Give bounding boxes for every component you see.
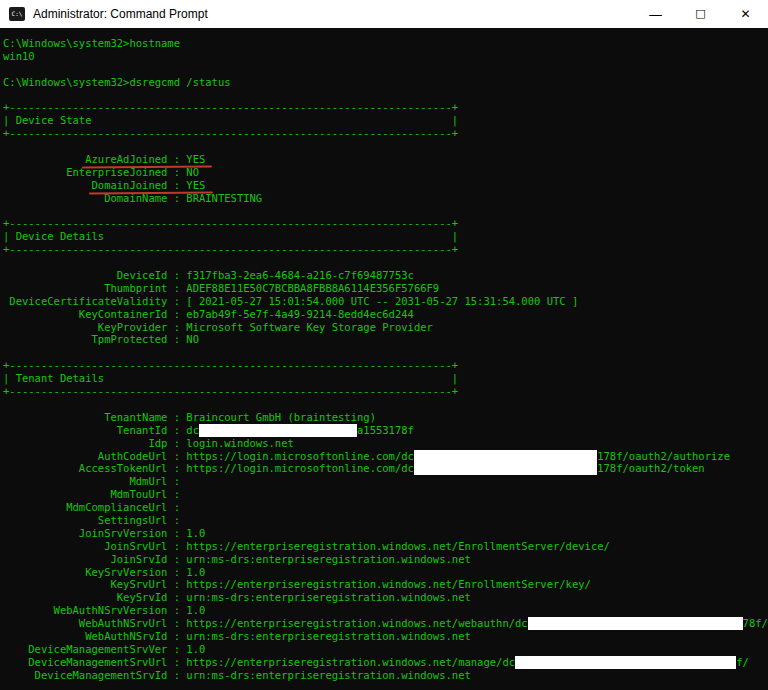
terminal-line: TenantId : dca1553178f [3, 424, 768, 437]
terminal-line: KeySrvId : urn:ms-drs:enterpriseregistra… [3, 591, 768, 604]
terminal-text: WebAuthNSrvId : urn:ms-drs:enterprisereg… [3, 630, 471, 642]
terminal-text: JoinSrvId : urn:ms-drs:enterpriseregistr… [3, 553, 471, 565]
redaction-box [414, 450, 597, 463]
terminal-line: | Tenant Details | [3, 372, 768, 385]
terminal-text: KeyContainerId : eb7ab49f-5e7f-4a49-9214… [3, 308, 414, 320]
terminal-line [3, 140, 768, 153]
terminal-text: 78f/ [743, 617, 768, 629]
terminal-text: Thumbprint : ADEF88E11E50C7BCBBA8FBB8A61… [3, 282, 439, 294]
terminal-text: DeviceCertificateValidity : [ 2021-05-27… [3, 295, 578, 307]
terminal-line [3, 398, 768, 411]
redaction-box [528, 617, 743, 630]
terminal-text: Idp : login.windows.net [3, 437, 294, 449]
section-border: +---------------------------------------… [3, 385, 458, 397]
terminal-line: WebAuthNSrvVersion : 1.0 [3, 604, 768, 617]
terminal-text: C:\Windows\system32>dsregcmd /status [3, 76, 231, 88]
terminal-line: Thumbprint : ADEF88E11E50C7BCBBA8FBB8A61… [3, 282, 768, 295]
close-button[interactable]: ✕ [723, 0, 768, 28]
minimize-button[interactable]: — [633, 0, 678, 28]
terminal-line: KeyContainerId : eb7ab49f-5e7f-4a49-9214… [3, 308, 768, 321]
terminal-line: TenantName : Braincourt GmbH (braintesti… [3, 411, 768, 424]
section-border: +---------------------------------------… [3, 217, 458, 229]
section-title: | Device State | [3, 114, 458, 126]
terminal-line: AzureAdJoined : YES [3, 153, 768, 166]
terminal-text: KeySrvVersion : 1.0 [3, 566, 205, 578]
terminal-line: DomainJoined : YES [3, 179, 768, 192]
annotated-value: DomainJoined : YES [92, 179, 206, 192]
terminal-line: DeviceManagementSrvId : urn:ms-drs:enter… [3, 669, 768, 682]
terminal-line: +---------------------------------------… [3, 217, 768, 230]
terminal-line: | Device State | [3, 114, 768, 127]
window-controls: — □ ✕ [633, 0, 768, 28]
terminal-text: KeySrvUrl : https://enterpriseregistrati… [3, 578, 591, 590]
terminal-line: DeviceManagementSrvUrl : https://enterpr… [3, 656, 768, 669]
terminal-line [3, 63, 768, 76]
terminal-line: DeviceCertificateValidity : [ 2021-05-27… [3, 295, 768, 308]
terminal-text: MdmComplianceUrl : [3, 501, 180, 513]
terminal-line: JoinSrvUrl : https://enterpriseregistrat… [3, 540, 768, 553]
terminal-line: KeyProvider : Microsoft Software Key Sto… [3, 321, 768, 334]
terminal-line [3, 205, 768, 218]
terminal-text: KeyProvider : Microsoft Software Key Sto… [3, 321, 433, 333]
terminal-line: C:\Windows\system32>hostname [3, 37, 768, 50]
redaction-box [199, 424, 357, 437]
window-title: Administrator: Command Prompt [33, 7, 208, 21]
terminal-text: AccessTokenUrl : https://login.microsoft… [3, 462, 414, 474]
terminal-text: a1553178f [357, 424, 414, 436]
terminal-line: KeySrvVersion : 1.0 [3, 566, 768, 579]
section-border: +---------------------------------------… [3, 101, 458, 113]
terminal-line: TpmProtected : NO [3, 333, 768, 346]
terminal-line: JoinSrvVersion : 1.0 [3, 527, 768, 540]
terminal-text: JoinSrvVersion : 1.0 [3, 527, 205, 539]
terminal-line [3, 89, 768, 102]
terminal-text: AuthCodeUrl : https://login.microsoftonl… [3, 450, 414, 462]
terminal-line: +---------------------------------------… [3, 127, 768, 140]
terminal-line: +---------------------------------------… [3, 385, 768, 398]
section-title: | Device Details | [3, 230, 458, 242]
terminal-text: 178f/oauth2/authorize [597, 450, 730, 462]
terminal-line: KeySrvUrl : https://enterpriseregistrati… [3, 578, 768, 591]
terminal-text: JoinSrvUrl : https://enterpriseregistrat… [3, 540, 610, 552]
annotated-value: AzureAdJoined : YES [85, 153, 205, 166]
terminal-text: 178f/oauth2/token [597, 462, 704, 474]
terminal-text: TenantName : Braincourt GmbH (braintesti… [3, 411, 376, 423]
terminal-line: | Device Details | [3, 230, 768, 243]
terminal-text: f/ [736, 656, 749, 668]
redaction-box [414, 462, 597, 475]
terminal-text: TenantId : dc [3, 424, 199, 436]
terminal-text: MdmUrl : [3, 475, 180, 487]
terminal-line: +---------------------------------------… [3, 243, 768, 256]
section-border: +---------------------------------------… [3, 127, 458, 139]
terminal-line: DeviceManagementSrvVer : 1.0 [3, 643, 768, 656]
terminal-text: SettingsUrl : [3, 514, 180, 526]
terminal-line: C:\Windows\system32>dsregcmd /status [3, 76, 768, 89]
terminal-text: DeviceManagementSrvVer : 1.0 [3, 643, 205, 655]
terminal-line: WebAuthNSrvUrl : https://enterpriseregis… [3, 617, 768, 630]
terminal-text: WebAuthNSrvUrl : https://enterpriseregis… [3, 617, 528, 629]
terminal-text: WebAuthNSrvVersion : 1.0 [3, 604, 205, 616]
terminal-line [3, 256, 768, 269]
title-bar[interactable]: C:\ Administrator: Command Prompt — □ ✕ [0, 0, 768, 28]
terminal-line: DeviceId : f317fba3-2ea6-4684-a216-c7f69… [3, 269, 768, 282]
terminal-line: MdmTouUrl : [3, 488, 768, 501]
terminal-line: +---------------------------------------… [3, 359, 768, 372]
terminal-line: Idp : login.windows.net [3, 437, 768, 450]
terminal-output[interactable]: C:\Windows\system32>hostnamewin10C:\Wind… [0, 28, 768, 690]
terminal-text: win10 [3, 50, 35, 62]
terminal-line: +---------------------------------------… [3, 101, 768, 114]
terminal-line: MdmComplianceUrl : [3, 501, 768, 514]
terminal-text: DeviceManagementSrvId : urn:ms-drs:enter… [3, 669, 471, 681]
section-title: | Tenant Details | [3, 372, 458, 384]
terminal-line: AccessTokenUrl : https://login.microsoft… [3, 462, 768, 475]
terminal-text: DeviceManagementSrvUrl : https://enterpr… [3, 656, 515, 668]
terminal-text: TpmProtected : NO [3, 333, 199, 345]
command-prompt-window: C:\ Administrator: Command Prompt — □ ✕ … [0, 0, 768, 690]
redaction-box [515, 656, 736, 669]
terminal-line: AuthCodeUrl : https://login.microsoftonl… [3, 450, 768, 463]
section-border: +---------------------------------------… [3, 243, 458, 255]
maximize-button[interactable]: □ [678, 0, 723, 28]
terminal-text: MdmTouUrl : [3, 488, 180, 500]
terminal-text [3, 153, 85, 165]
terminal-line: win10 [3, 50, 768, 63]
cmd-icon[interactable]: C:\ [9, 7, 25, 21]
